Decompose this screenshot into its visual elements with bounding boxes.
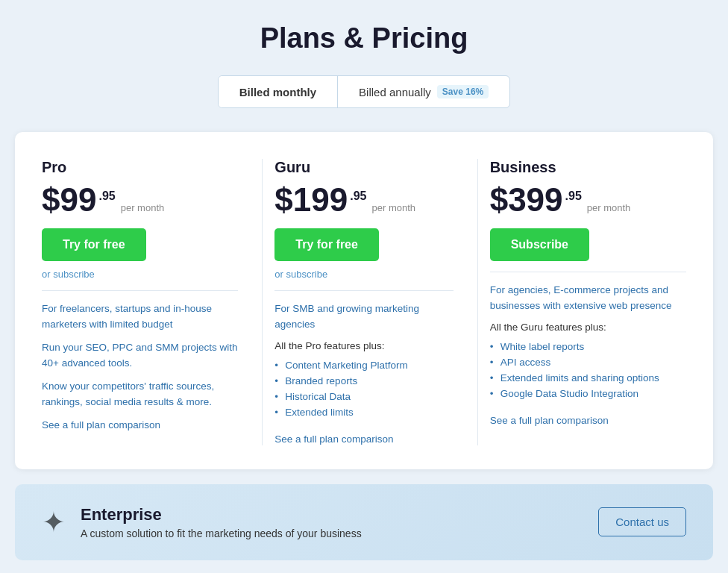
pro-price-symbol: $ (42, 181, 60, 218)
pro-price-period: per month (121, 202, 165, 213)
save-badge: Save 16% (437, 85, 489, 98)
enterprise-title: Enterprise (81, 505, 583, 525)
business-feature-4: Google Data Studio Integration (490, 386, 686, 401)
pro-desc-3: Know your competitors' traffic sources, … (42, 379, 238, 410)
business-price-symbol: $ (490, 181, 508, 218)
pro-desc-1: For freelancers, startups and in-house m… (42, 301, 238, 333)
guru-feature-3: Historical Data (274, 389, 453, 404)
pro-price-number: 99 (60, 181, 96, 218)
guru-separator (274, 290, 453, 291)
guru-price-symbol: $ (274, 181, 292, 218)
plan-pro: Pro $99 .95 per month Try for free or su… (42, 159, 256, 445)
billing-toggle: Billed monthly Billed annually Save 16% (218, 75, 510, 108)
business-price-number: 399 (508, 181, 562, 218)
plans-grid: Pro $99 .95 per month Try for free or su… (42, 159, 686, 445)
business-desc-1: For agencies, E-commerce projects and bu… (490, 283, 686, 314)
business-features-list: White label reports API access Extended … (490, 339, 686, 401)
guru-feature-1: Content Marketing Platform (274, 357, 453, 373)
business-feature-2: API access (490, 354, 686, 370)
guru-price-number: 199 (293, 181, 348, 218)
pro-cta-button[interactable]: Try for free (42, 228, 146, 261)
billing-monthly-button[interactable]: Billed monthly (219, 76, 338, 107)
guru-feature-2: Branded reports (274, 373, 453, 389)
guru-features-list: Content Marketing Platform Branded repor… (274, 357, 453, 420)
business-price-row: $399 .95 per month (490, 184, 686, 216)
pro-desc-2: Run your SEO, PPC and SMM projects with … (42, 340, 238, 372)
enterprise-subtitle: A custom solution to fit the marketing n… (81, 527, 583, 539)
guru-price-cents: .95 (350, 190, 366, 203)
pro-name: Pro (42, 159, 238, 176)
plans-wrapper: Pro $99 .95 per month Try for free or su… (15, 132, 713, 469)
business-feature-3: Extended limits and sharing options (490, 370, 686, 386)
business-features-header: All the Guru features plus: (490, 322, 686, 333)
business-cta-button[interactable]: Subscribe (490, 228, 589, 261)
pro-separator (42, 290, 238, 291)
guru-features-header: All the Pro features plus: (274, 340, 453, 351)
guru-desc-1: For SMB and growing marketing agencies (274, 301, 453, 333)
business-feature-1: White label reports (490, 339, 686, 354)
plan-business: Business $399 .95 per month Subscribe Fo… (472, 159, 686, 445)
business-name: Business (490, 159, 686, 176)
plan-guru: Guru $199 .95 per month Try for free or … (257, 159, 471, 445)
pro-price-row: $99 .95 per month (42, 184, 238, 216)
guru-price-period: per month (371, 202, 415, 213)
billing-annual-label: Billed annually (359, 86, 431, 98)
pro-price-cents: .95 (98, 190, 115, 203)
page-title: Plans & Pricing (260, 22, 468, 54)
guru-price-row: $199 .95 per month (274, 184, 453, 216)
business-price-cents: .95 (565, 190, 582, 203)
enterprise-icon: ✦ (42, 506, 66, 539)
guru-feature-4: Extended limits (274, 404, 453, 420)
guru-cta-button[interactable]: Try for free (274, 228, 379, 261)
guru-or-subscribe[interactable]: or subscribe (274, 269, 453, 280)
enterprise-text: Enterprise A custom solution to fit the … (81, 505, 583, 539)
business-comparison-link[interactable]: See a full plan comparison (490, 415, 609, 426)
guru-price-main: $199 (274, 184, 348, 216)
enterprise-contact-button[interactable]: Contact us (598, 507, 686, 536)
business-separator (490, 272, 686, 272)
billing-annual-button[interactable]: Billed annually Save 16% (338, 76, 509, 107)
guru-comparison-link[interactable]: See a full plan comparison (274, 433, 393, 445)
pro-or-subscribe[interactable]: or subscribe (42, 269, 238, 280)
guru-name: Guru (274, 159, 453, 176)
business-price-period: per month (587, 202, 631, 213)
business-price-main: $399 (490, 184, 563, 216)
enterprise-banner: ✦ Enterprise A custom solution to fit th… (15, 484, 713, 560)
pro-comparison-link[interactable]: See a full plan comparison (42, 419, 160, 430)
pro-price-main: $99 (42, 184, 96, 216)
